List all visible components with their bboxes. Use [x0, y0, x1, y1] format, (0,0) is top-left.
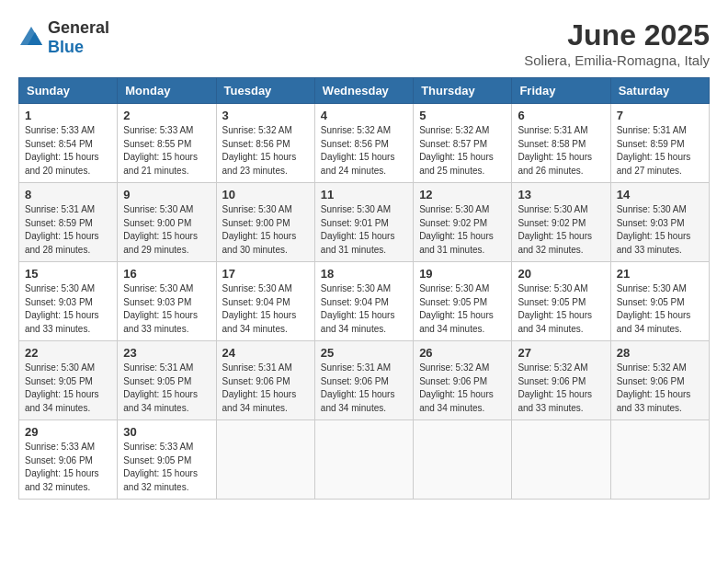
day-number: 15 [25, 267, 111, 281]
day-info: Sunrise: 5:32 AMSunset: 9:06 PMDaylight:… [617, 362, 703, 415]
day-number: 16 [123, 267, 210, 281]
calendar-cell: 22Sunrise: 5:30 AMSunset: 9:05 PMDayligh… [19, 341, 118, 420]
calendar-header-row: SundayMondayTuesdayWednesdayThursdayFrid… [19, 78, 710, 104]
calendar-cell: 30Sunrise: 5:33 AMSunset: 9:05 PMDayligh… [118, 420, 216, 500]
calendar-cell: 27Sunrise: 5:32 AMSunset: 9:06 PMDayligh… [512, 341, 610, 420]
calendar-week-1: 1Sunrise: 5:33 AMSunset: 8:54 PMDaylight… [19, 104, 710, 183]
day-info: Sunrise: 5:30 AMSunset: 9:00 PMDaylight:… [123, 203, 210, 257]
day-info: Sunrise: 5:30 AMSunset: 9:01 PMDaylight:… [321, 203, 407, 257]
calendar-cell: 15Sunrise: 5:30 AMSunset: 9:03 PMDayligh… [19, 262, 118, 341]
logo-general: General [48, 18, 109, 37]
day-info: Sunrise: 5:30 AMSunset: 9:04 PMDaylight:… [321, 282, 407, 336]
day-info: Sunrise: 5:30 AMSunset: 9:05 PMDaylight:… [518, 282, 604, 336]
day-number: 28 [617, 346, 703, 360]
day-info: Sunrise: 5:31 AMSunset: 9:06 PMDaylight:… [222, 362, 309, 415]
calendar-cell: 25Sunrise: 5:31 AMSunset: 9:06 PMDayligh… [314, 341, 413, 420]
day-number: 23 [123, 346, 210, 360]
day-info: Sunrise: 5:33 AMSunset: 8:55 PMDaylight:… [123, 124, 210, 178]
calendar-cell: 16Sunrise: 5:30 AMSunset: 9:03 PMDayligh… [118, 262, 216, 341]
day-header-monday: Monday [118, 78, 216, 104]
day-number: 8 [25, 188, 111, 201]
calendar-week-5: 29Sunrise: 5:33 AMSunset: 9:06 PMDayligh… [19, 420, 710, 500]
calendar-cell: 26Sunrise: 5:32 AMSunset: 9:06 PMDayligh… [414, 341, 512, 420]
day-info: Sunrise: 5:33 AMSunset: 8:54 PMDaylight:… [25, 124, 111, 178]
calendar-title: June 2025 [524, 18, 710, 52]
calendar-cell [216, 420, 314, 500]
calendar-cell: 2Sunrise: 5:33 AMSunset: 8:55 PMDaylight… [118, 104, 216, 183]
day-header-sunday: Sunday [19, 78, 118, 104]
day-number: 2 [123, 109, 210, 122]
calendar-cell: 20Sunrise: 5:30 AMSunset: 9:05 PMDayligh… [512, 262, 610, 341]
day-number: 17 [222, 267, 309, 281]
day-header-friday: Friday [512, 78, 610, 104]
calendar-week-2: 8Sunrise: 5:31 AMSunset: 8:59 PMDaylight… [19, 183, 710, 262]
calendar-cell: 29Sunrise: 5:33 AMSunset: 9:06 PMDayligh… [19, 420, 118, 500]
calendar-cell: 8Sunrise: 5:31 AMSunset: 8:59 PMDaylight… [19, 183, 118, 262]
title-area: June 2025 Soliera, Emilia-Romagna, Italy [524, 18, 710, 68]
day-info: Sunrise: 5:33 AMSunset: 9:05 PMDaylight:… [123, 441, 210, 494]
day-info: Sunrise: 5:32 AMSunset: 9:06 PMDaylight:… [419, 362, 506, 415]
calendar-cell: 14Sunrise: 5:30 AMSunset: 9:03 PMDayligh… [610, 183, 709, 262]
logo-blue: Blue [48, 38, 84, 56]
day-number: 25 [321, 346, 407, 360]
calendar-cell: 7Sunrise: 5:31 AMSunset: 8:59 PMDaylight… [610, 104, 709, 183]
day-number: 24 [222, 346, 309, 360]
day-number: 21 [617, 267, 703, 281]
day-header-wednesday: Wednesday [314, 78, 413, 104]
day-header-saturday: Saturday [610, 78, 709, 104]
day-info: Sunrise: 5:31 AMSunset: 8:59 PMDaylight:… [25, 203, 111, 257]
calendar-cell: 4Sunrise: 5:32 AMSunset: 8:56 PMDaylight… [314, 104, 413, 183]
calendar-cell: 1Sunrise: 5:33 AMSunset: 8:54 PMDaylight… [19, 104, 118, 183]
day-number: 12 [419, 188, 506, 201]
day-header-tuesday: Tuesday [216, 78, 314, 104]
calendar-cell: 19Sunrise: 5:30 AMSunset: 9:05 PMDayligh… [414, 262, 512, 341]
day-info: Sunrise: 5:30 AMSunset: 9:05 PMDaylight:… [25, 362, 111, 415]
calendar-subtitle: Soliera, Emilia-Romagna, Italy [524, 52, 710, 68]
day-number: 1 [25, 109, 111, 122]
day-number: 29 [25, 425, 111, 439]
day-number: 10 [222, 188, 309, 201]
logo-text: General Blue [48, 18, 109, 57]
calendar-cell: 9Sunrise: 5:30 AMSunset: 9:00 PMDaylight… [118, 183, 216, 262]
day-info: Sunrise: 5:30 AMSunset: 9:04 PMDaylight:… [222, 282, 309, 336]
day-info: Sunrise: 5:32 AMSunset: 8:57 PMDaylight:… [419, 124, 506, 178]
day-number: 9 [123, 188, 210, 201]
calendar-cell: 5Sunrise: 5:32 AMSunset: 8:57 PMDaylight… [414, 104, 512, 183]
calendar-cell: 13Sunrise: 5:30 AMSunset: 9:02 PMDayligh… [512, 183, 610, 262]
day-number: 19 [419, 267, 506, 281]
calendar-cell: 12Sunrise: 5:30 AMSunset: 9:02 PMDayligh… [414, 183, 512, 262]
day-info: Sunrise: 5:31 AMSunset: 9:06 PMDaylight:… [321, 362, 407, 415]
day-number: 27 [518, 346, 604, 360]
day-number: 13 [518, 188, 604, 201]
day-number: 4 [321, 109, 407, 122]
calendar-cell: 28Sunrise: 5:32 AMSunset: 9:06 PMDayligh… [610, 341, 709, 420]
calendar-table: SundayMondayTuesdayWednesdayThursdayFrid… [18, 77, 710, 500]
calendar-cell: 17Sunrise: 5:30 AMSunset: 9:04 PMDayligh… [216, 262, 314, 341]
day-number: 3 [222, 109, 309, 122]
calendar-cell [414, 420, 512, 500]
calendar-cell: 18Sunrise: 5:30 AMSunset: 9:04 PMDayligh… [314, 262, 413, 341]
calendar-cell [610, 420, 709, 500]
day-info: Sunrise: 5:31 AMSunset: 8:59 PMDaylight:… [617, 124, 703, 178]
day-info: Sunrise: 5:30 AMSunset: 9:05 PMDaylight:… [617, 282, 703, 336]
day-number: 22 [25, 346, 111, 360]
calendar-cell: 24Sunrise: 5:31 AMSunset: 9:06 PMDayligh… [216, 341, 314, 420]
day-info: Sunrise: 5:30 AMSunset: 9:02 PMDaylight:… [518, 203, 604, 257]
day-number: 11 [321, 188, 407, 201]
calendar-cell: 23Sunrise: 5:31 AMSunset: 9:05 PMDayligh… [118, 341, 216, 420]
calendar-week-4: 22Sunrise: 5:30 AMSunset: 9:05 PMDayligh… [19, 341, 710, 420]
header: General Blue June 2025 Soliera, Emilia-R… [18, 18, 710, 68]
day-info: Sunrise: 5:30 AMSunset: 9:03 PMDaylight:… [123, 282, 210, 336]
day-info: Sunrise: 5:30 AMSunset: 9:00 PMDaylight:… [222, 203, 309, 257]
logo-icon [18, 25, 44, 51]
day-info: Sunrise: 5:33 AMSunset: 9:06 PMDaylight:… [25, 441, 111, 494]
calendar-week-3: 15Sunrise: 5:30 AMSunset: 9:03 PMDayligh… [19, 262, 710, 341]
day-number: 30 [123, 425, 210, 439]
day-header-thursday: Thursday [414, 78, 512, 104]
day-info: Sunrise: 5:32 AMSunset: 9:06 PMDaylight:… [518, 362, 604, 415]
day-info: Sunrise: 5:31 AMSunset: 9:05 PMDaylight:… [123, 362, 210, 415]
day-info: Sunrise: 5:30 AMSunset: 9:03 PMDaylight:… [617, 203, 703, 257]
day-number: 18 [321, 267, 407, 281]
day-number: 26 [419, 346, 506, 360]
day-info: Sunrise: 5:32 AMSunset: 8:56 PMDaylight:… [222, 124, 309, 178]
